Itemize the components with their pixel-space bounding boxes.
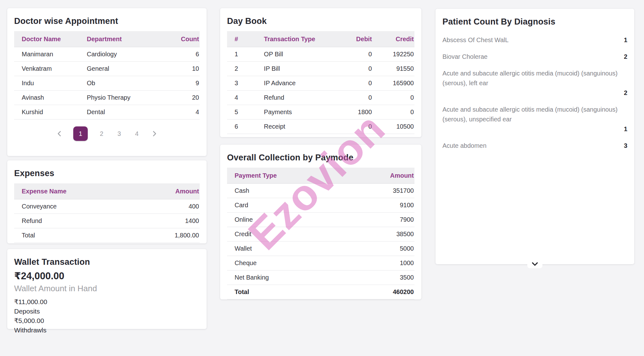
table-cell: 6	[227, 120, 256, 134]
diagnosis-count: 1	[624, 35, 627, 45]
chevron-right-icon[interactable]	[151, 130, 158, 137]
table-row: Cash351700	[227, 184, 414, 198]
table-cell: 0	[330, 62, 372, 76]
diagnosis-name: Acute abdomen	[442, 141, 486, 151]
table-row: Net Banking3500	[227, 270, 414, 285]
diagnosis-item: Acute and subacute allergic otitis media…	[442, 65, 627, 101]
table-row: 1OP Bill0192250	[227, 47, 414, 62]
table-cell: Kurshid	[14, 105, 79, 120]
table-cell: Venkatram	[14, 62, 79, 76]
table-cell: 0	[330, 91, 372, 105]
table-row: Conveyance400	[14, 199, 200, 214]
diagnosis-name: Acute and subacute allergic otitis media…	[442, 105, 627, 124]
table-cell: Total	[14, 228, 131, 243]
table-cell: Cardiology	[79, 47, 161, 62]
table-cell: Dental	[79, 105, 161, 120]
diagnosis-item: Abscess Of Chest WalL1	[442, 32, 627, 48]
table-cell: 4	[227, 91, 256, 105]
column-header-credit: Credit	[373, 31, 414, 47]
table-row: InduOb9	[14, 76, 200, 91]
table-cell: 1000	[346, 256, 414, 270]
wallet-deposits-label: Deposits	[14, 307, 200, 316]
column-header-amount: Amount	[131, 183, 200, 199]
diagnosis-item: Biovar Cholerae2	[442, 48, 627, 65]
table-header-row: Doctor Name Department Count	[14, 31, 200, 47]
table-cell: 460200	[346, 285, 414, 299]
table-cell: 1,800.00	[131, 228, 200, 243]
table-cell: 91550	[373, 62, 414, 76]
table-cell: Receipt	[256, 120, 330, 134]
table-row: Refund1400	[14, 214, 200, 228]
page-button-1[interactable]: 1	[73, 126, 88, 141]
page-button-3[interactable]: 3	[115, 126, 123, 141]
table-cell: Avinash	[14, 91, 79, 105]
table-row: Total1,800.00	[14, 228, 200, 243]
wallet-transaction-card: Wallet Transaction ₹24,000.00 Wallet Amo…	[7, 249, 207, 329]
table-row: Total460200	[227, 285, 414, 299]
page-button-2[interactable]: 2	[98, 126, 105, 141]
table-cell: 5000	[346, 242, 414, 256]
table-cell: 3	[227, 76, 256, 91]
table-cell: 0	[330, 120, 372, 134]
table-cell: IP Advance	[256, 76, 330, 91]
table-cell: 6	[161, 47, 200, 62]
table-cell: 0	[373, 105, 414, 120]
table-cell: 9100	[346, 198, 414, 213]
table-cell: 0	[373, 91, 414, 105]
table-cell: Wallet	[227, 242, 346, 256]
wallet-withdrawals-label: Withdrawls	[14, 325, 200, 335]
table-cell: Payments	[256, 105, 330, 120]
expenses-table: Expense Name Amount Conveyance400Refund1…	[14, 183, 200, 243]
diagnosis-item: Acute abdomen3	[442, 137, 627, 154]
table-cell: Cheque	[227, 256, 346, 270]
table-cell: 1800	[330, 105, 372, 120]
table-cell: OP Bill	[256, 47, 330, 62]
table-row: AvinashPhysio Therapy20	[14, 91, 200, 105]
diagnosis-count: 3	[624, 141, 627, 151]
table-cell: 10	[161, 62, 200, 76]
column-header-count: Count	[161, 31, 200, 47]
table-row: ManimaranCardiology6	[14, 47, 200, 62]
table-cell: Net Banking	[227, 270, 346, 285]
chevron-down-icon[interactable]	[527, 259, 542, 268]
doctor-appointment-title: Doctor wise Appointment	[14, 16, 200, 26]
table-cell: 351700	[346, 184, 414, 198]
diagnosis-name: Biovar Cholerae	[442, 52, 487, 62]
column-header-amount: Amount	[346, 168, 414, 184]
paymode-title: Overall Collection by Paymode	[227, 153, 414, 163]
table-cell: 20	[161, 91, 200, 105]
table-cell: Refund	[14, 214, 131, 228]
diagnosis-list: Abscess Of Chest WalL1Biovar Cholerae2Ac…	[442, 32, 627, 154]
paymode-table: Payment Type Amount Cash351700Card9100On…	[227, 168, 414, 299]
diagnosis-item: Acute and subacute allergic otitis media…	[442, 101, 627, 137]
chevron-left-icon[interactable]	[56, 130, 63, 137]
pagination: 1234	[14, 126, 200, 141]
table-cell: Credit	[227, 227, 346, 242]
table-row: VenkatramGeneral10	[14, 62, 200, 76]
table-cell: 5	[227, 105, 256, 120]
table-cell: Cash	[227, 184, 346, 198]
doctor-appointment-card: Doctor wise Appointment Doctor Name Depa…	[7, 8, 207, 156]
table-cell: 2	[227, 62, 256, 76]
table-cell: 165900	[373, 76, 414, 91]
diagnosis-count: 2	[624, 52, 627, 62]
table-cell: Manimaran	[14, 47, 79, 62]
wallet-withdrawals-amount: ₹5,000.00	[14, 316, 200, 325]
table-cell: Indu	[14, 76, 79, 91]
column-header-payment-type: Payment Type	[227, 168, 346, 184]
table-cell: 38500	[346, 227, 414, 242]
table-row: 3IP Advance0165900	[227, 76, 414, 91]
table-cell: Refund	[256, 91, 330, 105]
diagnosis-name: Abscess Of Chest WalL	[442, 35, 508, 45]
column-header-expense-name: Expense Name	[14, 183, 131, 199]
diagnosis-count: 2	[624, 88, 627, 98]
table-cell: 9	[161, 76, 200, 91]
table-header-row: Payment Type Amount	[227, 168, 414, 184]
page-button-4[interactable]: 4	[133, 126, 141, 141]
expenses-title: Expenses	[14, 169, 200, 178]
wallet-balance-label: Wallet Amount in Hand	[14, 284, 200, 293]
table-cell: Physio Therapy	[79, 91, 161, 105]
table-row: Online7900	[227, 213, 414, 227]
table-cell: 3500	[346, 270, 414, 285]
table-cell: General	[79, 62, 161, 76]
